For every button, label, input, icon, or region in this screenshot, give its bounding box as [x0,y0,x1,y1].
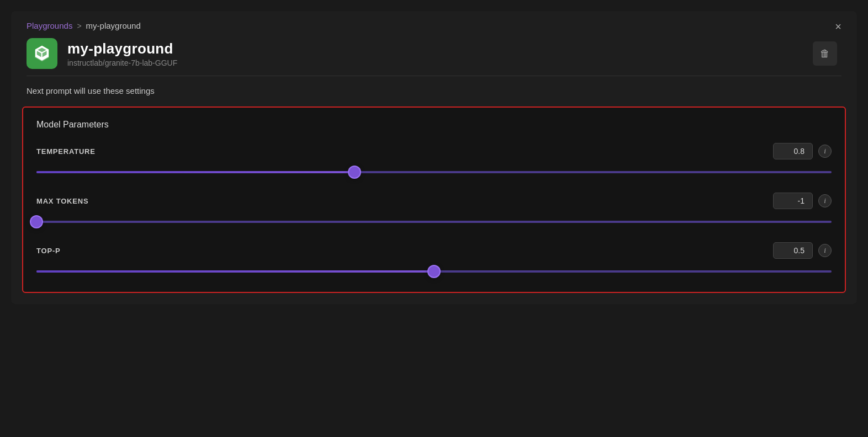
top-p-block: TOP-P 0.5 i [36,242,832,276]
model-parameters-panel: Model Parameters TEMPERATURE 0.8 i MAX T… [22,106,846,293]
top-p-slider-track [36,270,832,273]
breadcrumb: Playgrounds > my-playground [27,21,841,30]
temperature-value: 0.8 [773,143,813,159]
header: Playgrounds > my-playground × my-playgro… [11,11,857,76]
temperature-right: 0.8 i [773,143,832,159]
temperature-info-button[interactable]: i [818,145,832,158]
main-panel: Playgrounds > my-playground × my-playgro… [11,11,857,304]
temperature-slider-fill [36,171,354,173]
max-tokens-slider-thumb[interactable] [31,216,42,227]
top-p-slider-container[interactable] [36,267,832,276]
top-p-header: TOP-P 0.5 i [36,242,832,259]
max-tokens-right: -1 i [773,193,832,209]
subtitle: Next prompt will use these settings [11,86,857,95]
temperature-label: TEMPERATURE [36,147,96,156]
max-tokens-value: -1 [773,193,813,209]
breadcrumb-separator: > [77,22,81,30]
breadcrumb-playgrounds-link[interactable]: Playgrounds [27,21,72,30]
cube-icon [33,44,51,63]
temperature-slider-track [36,171,832,173]
top-p-slider-fill [36,270,434,273]
playground-name: my-playground [67,40,803,57]
temperature-header: TEMPERATURE 0.8 i [36,143,832,159]
close-button[interactable]: × [830,19,846,34]
max-tokens-slider-track [36,221,832,223]
top-p-right: 0.5 i [773,242,832,259]
max-tokens-label: MAX TOKENS [36,197,88,205]
max-tokens-info-button[interactable]: i [818,194,832,207]
top-p-slider-thumb[interactable] [428,266,440,277]
max-tokens-slider-container[interactable] [36,217,832,227]
title-row: my-playground instructlab/granite-7b-lab… [27,38,841,69]
top-p-value: 0.5 [773,242,813,259]
title-text: my-playground instructlab/granite-7b-lab… [67,40,803,67]
header-divider [27,76,841,76]
temperature-slider-thumb[interactable] [349,167,360,178]
max-tokens-block: MAX TOKENS -1 i [36,193,832,227]
delete-button[interactable]: 🗑 [813,41,837,66]
temperature-slider-container[interactable] [36,167,832,177]
temperature-block: TEMPERATURE 0.8 i [36,143,832,177]
app-icon [27,38,57,69]
playground-model: instructlab/granite-7b-lab-GGUF [67,58,803,67]
max-tokens-header: MAX TOKENS -1 i [36,193,832,209]
breadcrumb-current: my-playground [86,21,141,30]
top-p-label: TOP-P [36,247,61,255]
params-panel-title: Model Parameters [36,120,832,130]
top-p-info-button[interactable]: i [818,244,832,257]
